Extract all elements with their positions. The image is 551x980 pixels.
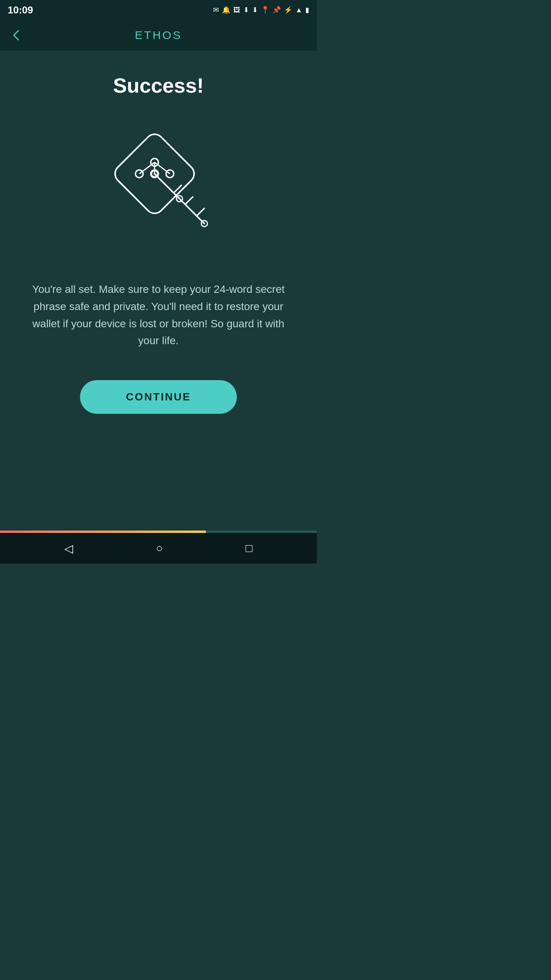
nav-back-icon[interactable]: ◁ bbox=[64, 542, 73, 555]
main-content: Success! Y bbox=[0, 51, 317, 531]
back-button[interactable] bbox=[9, 28, 23, 42]
wifi-icon: ▲ bbox=[295, 6, 302, 14]
location-icon: 📌 bbox=[272, 6, 281, 14]
image-icon: 🖼 bbox=[233, 6, 240, 14]
email-icon: ✉ bbox=[213, 6, 219, 14]
key-illustration bbox=[93, 128, 223, 250]
status-bar-left: 10:09 bbox=[8, 4, 33, 16]
description-text: You're all set. Make sure to keep your 2… bbox=[28, 281, 289, 350]
map-icon: 📍 bbox=[261, 6, 269, 14]
svg-line-10 bbox=[185, 197, 193, 204]
status-bar: 10:09 ✉ 🔔 🖼 ⬇ ⬇ 📍 📌 ⚡ ▲ ▮ bbox=[0, 0, 317, 20]
progress-fill bbox=[0, 531, 206, 533]
bluetooth-icon: ⚡ bbox=[284, 6, 292, 14]
header-title: Ethos bbox=[135, 29, 182, 42]
svg-line-11 bbox=[197, 208, 204, 216]
download2-icon: ⬇ bbox=[252, 6, 258, 14]
nav-home-icon[interactable]: ○ bbox=[156, 542, 163, 555]
status-bar-right: ✉ 🔔 🖼 ⬇ ⬇ 📍 📌 ⚡ ▲ ▮ bbox=[213, 6, 309, 14]
app-header: Ethos bbox=[0, 20, 317, 51]
notification-icon: 🔔 bbox=[222, 6, 230, 14]
status-time: 10:09 bbox=[8, 4, 33, 16]
nav-recents-icon[interactable]: □ bbox=[246, 542, 253, 555]
continue-button[interactable]: CONTINUE bbox=[80, 380, 237, 414]
progress-bar bbox=[0, 531, 317, 533]
android-nav-bar: ◁ ○ □ bbox=[0, 533, 317, 564]
success-title: Success! bbox=[113, 74, 204, 97]
download-icon: ⬇ bbox=[243, 6, 249, 14]
battery-icon: ▮ bbox=[305, 6, 309, 14]
